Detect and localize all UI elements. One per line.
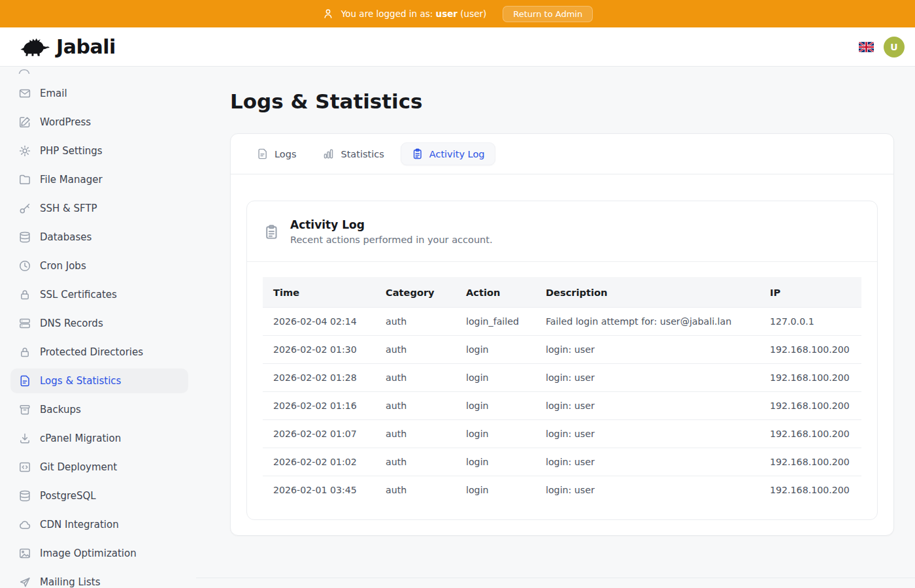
tab-logs[interactable]: Logs	[246, 143, 306, 165]
sidebar-item-cron-jobs[interactable]: Cron Jobs	[10, 253, 188, 278]
brand-logo[interactable]: Jabali	[20, 35, 116, 58]
table-row: 2026-02-02 01:30 auth login login: user …	[263, 336, 861, 364]
clipboard-icon	[411, 148, 424, 160]
activity-log-card: Activity Log Recent actions performed in…	[246, 201, 878, 520]
table-header-row: Time Category Action Description IP	[263, 277, 861, 308]
cell-description: login: user	[535, 392, 759, 420]
partial-scrolled-item-icon	[18, 67, 30, 74]
sidebar-item-mailing-lists[interactable]: Mailing Lists	[10, 570, 188, 588]
sidebar-item-logs-statistics[interactable]: Logs & Statistics	[10, 368, 188, 393]
cell-category: auth	[375, 448, 456, 476]
send-icon	[18, 576, 31, 588]
tab-bar: Logs Statistics Activity Log	[231, 134, 893, 174]
sidebar-item-label: Mailing Lists	[40, 576, 100, 588]
column-header-action: Action	[456, 277, 535, 308]
sidebar-item-label: CDN Integration	[40, 519, 119, 531]
cell-category: auth	[375, 336, 456, 364]
sidebar-item-label: SSH & SFTP	[40, 203, 97, 214]
cell-action: login	[456, 336, 535, 364]
gear-icon	[18, 144, 31, 157]
sidebar-item-image-optimization[interactable]: Image Optimization	[10, 541, 188, 566]
cell-ip: 192.168.100.200	[759, 336, 861, 364]
sidebar-item-label: Protected Directories	[40, 346, 143, 358]
sidebar-item-postgresql[interactable]: PostgreSQL	[10, 483, 188, 508]
sidebar-item-label: Image Optimization	[40, 547, 137, 559]
user-avatar[interactable]: U	[884, 37, 905, 57]
cell-time: 2026-02-02 01:16	[263, 392, 375, 420]
cell-description: login: user	[535, 364, 759, 392]
cell-ip: 192.168.100.200	[759, 392, 861, 420]
server-icon	[18, 317, 31, 330]
cell-action: login	[456, 420, 535, 448]
cell-ip: 192.168.100.200	[759, 476, 861, 504]
sidebar-item-label: SSL Certificates	[40, 289, 117, 301]
sidebar-item-label: WordPress	[40, 116, 91, 128]
cell-action: login	[456, 476, 535, 504]
cloud-icon	[18, 518, 31, 531]
sidebar-item-cdn-integration[interactable]: CDN Integration	[10, 512, 188, 537]
code-icon	[18, 461, 31, 474]
sidebar-item-email[interactable]: Email	[10, 81, 188, 106]
cell-description: login: user	[535, 476, 759, 504]
cell-ip: 192.168.100.200	[759, 448, 861, 476]
cell-category: auth	[375, 420, 456, 448]
cell-description: login: user	[535, 420, 759, 448]
cell-time: 2026-02-02 01:07	[263, 420, 375, 448]
cell-action: login	[456, 364, 535, 392]
login-username: user	[436, 8, 458, 19]
cell-action: login	[456, 392, 535, 420]
sidebar-item-databases[interactable]: Databases	[10, 225, 188, 250]
lock-icon	[18, 346, 31, 359]
cell-time: 2026-02-02 01:30	[263, 336, 375, 364]
database-icon	[18, 489, 31, 502]
bar-chart-icon	[322, 148, 335, 160]
sidebar-item-ssh-sftp[interactable]: SSH & SFTP	[10, 196, 188, 221]
activity-log-table: Time Category Action Description IP 2026…	[263, 277, 861, 504]
sidebar-item-label: Backups	[40, 404, 81, 416]
return-to-admin-button[interactable]: Return to Admin	[503, 6, 593, 22]
cell-action: login	[456, 448, 535, 476]
cell-category: auth	[375, 392, 456, 420]
column-header-ip: IP	[759, 277, 861, 308]
mail-icon	[18, 87, 31, 100]
brand-name: Jabali	[56, 35, 116, 58]
sidebar-item-label: Email	[40, 88, 67, 99]
column-header-time: Time	[263, 277, 375, 308]
sidebar-item-wordpress[interactable]: WordPress	[10, 110, 188, 135]
column-header-description: Description	[535, 277, 759, 308]
sidebar-item-php-settings[interactable]: PHP Settings	[10, 139, 188, 163]
tab-statistics[interactable]: Statistics	[312, 143, 393, 165]
lock-icon	[18, 288, 31, 301]
sidebar-item-protected-directories[interactable]: Protected Directories	[10, 340, 188, 365]
cell-time: 2026-02-02 01:02	[263, 448, 375, 476]
sidebar-item-label: DNS Records	[40, 318, 103, 329]
image-icon	[18, 547, 31, 560]
table-row: 2026-02-02 01:07 auth login login: user …	[263, 420, 861, 448]
clock-icon	[18, 259, 31, 272]
uk-flag-icon[interactable]	[859, 42, 874, 52]
document-icon	[256, 148, 269, 160]
download-icon	[18, 432, 31, 445]
sidebar-item-git-deployment[interactable]: Git Deployment	[10, 455, 188, 480]
cell-description: login: user	[535, 448, 759, 476]
sidebar-item-label: Cron Jobs	[40, 260, 86, 272]
tab-activity-log[interactable]: Activity Log	[401, 142, 495, 165]
sidebar-item-file-manager[interactable]: File Manager	[10, 167, 188, 192]
folder-icon	[18, 173, 31, 186]
cell-category: auth	[375, 476, 456, 504]
sidebar-item-label: cPanel Migration	[40, 433, 121, 444]
sidebar-item-dns-records[interactable]: DNS Records	[10, 311, 188, 336]
database-icon	[18, 231, 31, 244]
card-title: Activity Log	[290, 218, 493, 231]
table-row: 2026-02-02 01:02 auth login login: user …	[263, 448, 861, 476]
archive-box-icon	[18, 403, 31, 416]
login-status-text: You are logged in as: user (user)	[341, 8, 487, 19]
login-role: (user)	[460, 8, 486, 19]
clipboard-icon	[263, 223, 280, 240]
cell-time: 2026-02-01 03:45	[263, 476, 375, 504]
sidebar-item-cpanel-migration[interactable]: cPanel Migration	[10, 426, 188, 451]
sidebar-item-ssl-certificates[interactable]: SSL Certificates	[10, 282, 188, 307]
tab-label: Logs	[274, 149, 296, 159]
person-icon	[322, 8, 334, 20]
sidebar-item-backups[interactable]: Backups	[10, 397, 188, 422]
